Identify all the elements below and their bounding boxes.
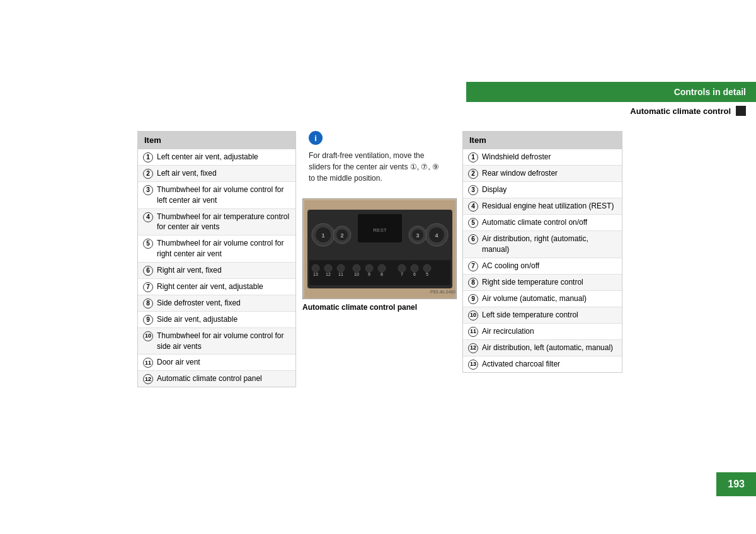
- info-icon: i: [309, 131, 323, 145]
- svg-text:5: 5: [426, 272, 428, 276]
- controls-title: Controls in detail: [674, 87, 746, 97]
- row-text: AC cooling on/off: [482, 261, 617, 271]
- table-row: 6 Air distribution, right (automatic, ma…: [463, 231, 622, 258]
- right-table: Item 1 Windshield defroster 2 Rear windo…: [462, 131, 622, 373]
- row-num: 2: [468, 169, 478, 179]
- row-text: Side defroster vent, fixed: [157, 298, 290, 309]
- table-row: 11 Air recirculation: [463, 324, 622, 340]
- row-text: Thumbwheel for air temperature control f…: [157, 212, 290, 233]
- row-text: Air volume (automatic, manual): [482, 293, 617, 304]
- svg-text:7: 7: [401, 272, 403, 276]
- table-row: 12 Air distribution, left (automatic, ma…: [463, 340, 622, 356]
- row-num: 13: [468, 360, 478, 370]
- row-text: Thumbwheel for air volume control for le…: [157, 185, 290, 206]
- row-text: Side air vent, adjustable: [157, 314, 290, 325]
- svg-point-28: [337, 264, 345, 272]
- info-icon-letter: i: [314, 134, 317, 143]
- table-row: 11 Door air vent: [138, 355, 295, 371]
- svg-text:P83.40-2460-31: P83.40-2460-31: [430, 290, 455, 294]
- panel-image-section: REST 1 2 4 3 13 12 11 10 9 8: [302, 198, 457, 312]
- row-num: 10: [143, 331, 153, 341]
- svg-text:3: 3: [416, 232, 419, 239]
- svg-text:13: 13: [313, 272, 318, 276]
- svg-text:6: 6: [413, 272, 416, 276]
- info-text: For draft-free ventilation, move the sli…: [309, 150, 447, 184]
- table-row: 5 Automatic climate control on/off: [463, 215, 622, 231]
- table-row: 8 Right side temperature control: [463, 275, 622, 291]
- svg-text:12: 12: [326, 272, 331, 276]
- table-row: 1 Windshield defroster: [463, 149, 622, 166]
- table-row: 8 Side defroster vent, fixed: [138, 295, 295, 312]
- row-num: 8: [468, 278, 478, 288]
- row-text: Automatic climate control panel: [157, 373, 290, 384]
- svg-text:10: 10: [354, 272, 359, 276]
- table-row: 5 Thumbwheel for air volume control for …: [138, 236, 295, 263]
- table-row: 4 Thumbwheel for air temperature control…: [138, 209, 295, 236]
- table-row: 3 Display: [463, 182, 622, 198]
- table-row: 1 Left center air vent, adjustable: [138, 149, 295, 166]
- panel-svg: REST 1 2 4 3 13 12 11 10 9 8: [304, 200, 455, 298]
- svg-point-33: [411, 264, 418, 272]
- row-num: 11: [143, 358, 153, 368]
- panel-caption: Automatic climate control panel: [302, 303, 457, 312]
- right-table-header: Item: [463, 132, 622, 149]
- svg-point-27: [324, 264, 332, 272]
- row-num: 5: [143, 239, 153, 249]
- row-num: 3: [468, 185, 478, 195]
- black-square-icon: [736, 106, 746, 116]
- row-text: Left side temperature control: [482, 310, 617, 321]
- row-text: Thumbwheel for air volume control for ri…: [157, 238, 290, 259]
- svg-text:8: 8: [381, 272, 383, 276]
- table-row: 10 Thumbwheel for air volume control for…: [138, 328, 295, 355]
- row-text: Thumbwheel for air volume control for si…: [157, 331, 290, 352]
- row-num: 12: [468, 343, 478, 353]
- subtitle-bar: Automatic climate control: [466, 102, 756, 120]
- svg-point-30: [365, 264, 373, 272]
- row-text: Right center air vent, adjustable: [157, 281, 290, 292]
- panel-image-box: REST 1 2 4 3 13 12 11 10 9 8: [302, 198, 457, 299]
- row-text: Display: [482, 185, 617, 195]
- row-text: Right air vent, fixed: [157, 265, 290, 276]
- row-num: 5: [468, 218, 478, 228]
- row-num: 7: [468, 261, 478, 271]
- row-num: 10: [468, 310, 478, 321]
- row-num: 4: [143, 212, 153, 222]
- row-num: 9: [468, 294, 478, 304]
- table-row: 12 Automatic climate control panel: [138, 371, 295, 387]
- page-number: 193: [716, 472, 756, 496]
- row-num: 6: [143, 266, 153, 276]
- svg-text:1: 1: [321, 232, 324, 239]
- row-text: Left air vent, fixed: [157, 168, 290, 179]
- table-row: 4 Residual engine heat utilization (REST…: [463, 198, 622, 215]
- row-num: 7: [143, 282, 153, 292]
- row-text: Air distribution, right (automatic, manu…: [482, 234, 617, 255]
- svg-text:11: 11: [338, 272, 343, 276]
- row-num: 12: [143, 374, 153, 384]
- row-num: 11: [468, 327, 478, 337]
- table-row: 3 Thumbwheel for air volume control for …: [138, 182, 295, 209]
- svg-text:REST: REST: [373, 227, 386, 233]
- table-row: 7 AC cooling on/off: [463, 258, 622, 275]
- row-text: Right side temperature control: [482, 277, 617, 288]
- header-section: Controls in detail Automatic climate con…: [466, 82, 756, 120]
- row-text: Activated charcoal filter: [482, 359, 617, 370]
- svg-point-34: [423, 264, 431, 272]
- row-text: Automatic climate control on/off: [482, 217, 617, 228]
- row-num: 3: [143, 185, 153, 195]
- left-table: Item 1 Left center air vent, adjustable …: [137, 131, 296, 387]
- svg-text:4: 4: [435, 232, 438, 239]
- row-text: Residual engine heat utilization (REST): [482, 201, 617, 212]
- svg-point-32: [398, 264, 406, 272]
- row-text: Left center air vent, adjustable: [157, 152, 290, 162]
- table-row: 10 Left side temperature control: [463, 307, 622, 324]
- subtitle-text: Automatic climate control: [630, 106, 731, 116]
- table-row: 2 Rear window defroster: [463, 166, 622, 182]
- row-num: 8: [143, 298, 153, 309]
- svg-text:9: 9: [368, 272, 370, 276]
- row-text: Door air vent: [157, 357, 290, 368]
- row-num: 2: [143, 169, 153, 179]
- table-row: 2 Left air vent, fixed: [138, 166, 295, 182]
- svg-text:2: 2: [340, 232, 343, 239]
- left-table-header: Item: [138, 132, 295, 149]
- row-text: Air distribution, left (automatic, manua…: [482, 343, 617, 353]
